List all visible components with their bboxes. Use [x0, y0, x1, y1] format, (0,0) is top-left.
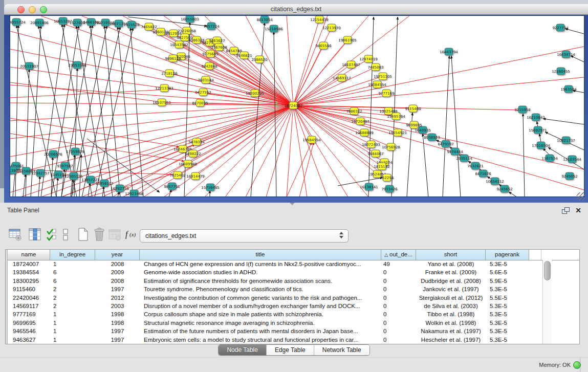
cell-out_de[interactable]: 0 [381, 277, 416, 285]
cell-name[interactable]: 18724007 [8, 260, 50, 268]
table-scrollbar[interactable] [542, 260, 552, 344]
graph-node[interactable]: 14055724 [10, 18, 26, 26]
table-row[interactable]: 946554611997Estimation of the future num… [6, 327, 542, 335]
graph-node[interactable]: 8215958 [514, 106, 530, 113]
cell-out_de[interactable]: 0 [381, 327, 416, 335]
column-header-short[interactable]: short [416, 250, 486, 260]
cell-in_degree[interactable]: 2 [50, 302, 95, 310]
table-row[interactable]: 946362711997Embryonic stem cells: a mode… [6, 336, 542, 344]
graph-edge[interactable] [10, 118, 179, 147]
graph-edge[interactable] [509, 192, 517, 196]
graph-node[interactable]: 16107553 [153, 99, 171, 106]
graph-edge[interactable] [537, 121, 538, 127]
table-selector[interactable]: citations_edges.txt [140, 229, 349, 243]
graph-node[interactable]: 16210643 [527, 114, 545, 121]
clear-selection-icon[interactable] [57, 225, 74, 244]
graph-node[interactable]: 2935114 [456, 155, 472, 162]
cell-in_degree[interactable]: 1 [50, 336, 95, 344]
cell-title[interactable]: Estimation of significance thresholds fo… [140, 277, 381, 285]
cell-out_de[interactable]: 0 [381, 310, 416, 318]
float-panel-icon[interactable] [562, 207, 570, 214]
cell-pagerank[interactable]: 5.3E-5 [486, 327, 529, 335]
graph-edge[interactable] [368, 17, 374, 196]
cell-in_degree[interactable]: 1 [50, 310, 95, 318]
graph-edge[interactable] [293, 105, 382, 166]
graph-node[interactable]: 7933426 [381, 185, 398, 192]
tab-edge-table[interactable]: Edge Table [266, 345, 314, 355]
cell-out_de[interactable]: 0 [381, 268, 416, 276]
graph-node[interactable]: 8427552 [195, 89, 211, 96]
graph-edge[interactable] [293, 46, 323, 105]
graph-edge[interactable] [293, 84, 377, 105]
table-scrollbar-thumb[interactable] [544, 261, 551, 280]
cell-name[interactable]: 9777169 [8, 310, 50, 318]
graph-node[interactable]: 19861905 [338, 36, 357, 43]
graph-edge[interactable] [539, 134, 541, 142]
splitter-handle-icon[interactable] [290, 203, 295, 205]
cell-name[interactable]: 9465546 [8, 327, 50, 335]
graph-edge[interactable] [88, 183, 90, 196]
graph-node[interactable]: 15692971 [529, 126, 547, 134]
cell-short[interactable]: Yano et al. (2008) [416, 260, 486, 268]
graph-node[interactable]: 17016504 [532, 142, 550, 149]
close-window-button[interactable] [17, 6, 25, 13]
graph-node[interactable]: 2718126 [161, 70, 178, 77]
graph-edge[interactable] [38, 176, 40, 196]
cell-pagerank[interactable]: 5.3E-5 [486, 260, 529, 268]
graph-edge[interactable] [10, 134, 184, 161]
graph-node[interactable]: 19751105 [374, 73, 392, 80]
graph-node[interactable]: 20891406 [30, 19, 49, 26]
column-edit-icon[interactable] [27, 225, 43, 244]
cell-title[interactable]: Corpus callosum shape and size in male p… [140, 310, 381, 318]
graph-edge[interactable] [287, 16, 293, 105]
cell-name[interactable]: 9115460 [8, 285, 50, 293]
graph-node[interactable]: 12154439 [310, 16, 329, 23]
table-row[interactable]: 1938455462009Genome-wide association stu… [6, 268, 542, 276]
cell-out_de[interactable]: 0 [381, 294, 416, 302]
column-header-out_de[interactable]: △out_de... [381, 250, 416, 260]
cell-short[interactable]: Hescheler et al. (1997) [416, 336, 486, 344]
cell-name[interactable]: 18300295 [8, 277, 50, 285]
cell-in_degree[interactable]: 2 [50, 294, 95, 302]
graph-node[interactable]: 9465546 [315, 42, 332, 49]
graph-node[interactable]: 12923448 [125, 190, 143, 196]
graph-edge[interactable] [391, 17, 398, 196]
graph-edge[interactable] [197, 105, 293, 142]
graph-node[interactable]: 15218586 [265, 25, 283, 32]
cell-pagerank[interactable]: 5.3E-5 [486, 336, 529, 344]
graph-edge[interactable] [26, 69, 29, 196]
graph-node[interactable]: 16138141 [360, 183, 378, 190]
tab-node-table[interactable]: Node Table [219, 345, 266, 355]
close-panel-icon[interactable]: ✕ [575, 205, 581, 215]
graph-node[interactable]: 7465822 [141, 23, 157, 30]
graph-edge[interactable] [274, 32, 276, 196]
graph-edge[interactable] [543, 119, 584, 124]
graph-node[interactable]: 18072493 [362, 141, 380, 148]
graph-edge[interactable] [130, 28, 143, 196]
graph-edge[interactable] [293, 19, 319, 105]
graph-node[interactable]: 12213383 [155, 84, 173, 92]
graph-node[interactable]: 21053346 [68, 61, 86, 69]
resize-grip-icon[interactable] [577, 192, 585, 201]
cell-short[interactable]: Franke et al. (2009) [416, 268, 486, 276]
graph-node[interactable]: 9115460 [405, 105, 421, 112]
cell-pagerank[interactable]: 5.9E-5 [486, 277, 529, 285]
graph-edge[interactable] [56, 178, 58, 196]
graph-node[interactable]: 10654112 [486, 178, 504, 185]
cell-year[interactable]: 1997 [95, 327, 140, 335]
cell-title[interactable]: Structural magnetic resonance image aver… [140, 319, 381, 327]
zoom-window-button[interactable] [40, 6, 47, 13]
cell-in_degree[interactable]: 1 [50, 260, 95, 268]
table-row[interactable]: 1830029562008Estimation of significance … [6, 277, 542, 285]
graph-edge[interactable] [287, 105, 293, 196]
graph-node[interactable]: 2588520 [251, 56, 267, 63]
new-document-icon[interactable] [75, 225, 91, 244]
graph-edge[interactable] [451, 56, 461, 196]
graph-node[interactable]: 9245052 [561, 172, 577, 180]
graph-node[interactable]: 7632621 [467, 162, 483, 169]
cell-in_degree[interactable]: 6 [50, 268, 95, 276]
graph-node[interactable]: 9857791 [164, 183, 180, 190]
minimize-window-button[interactable] [29, 6, 36, 13]
graph-edge[interactable] [293, 93, 386, 105]
function-builder-icon[interactable]: f(x) [124, 225, 140, 244]
